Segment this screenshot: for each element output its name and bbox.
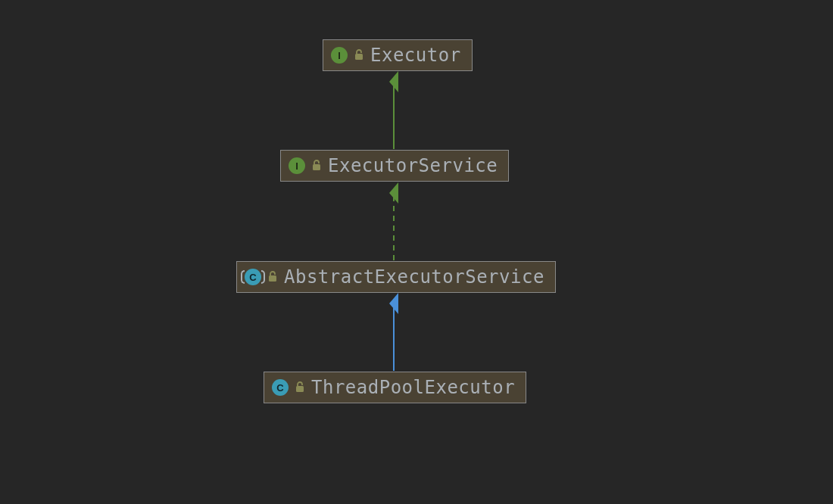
svg-rect-3	[296, 386, 304, 392]
class-hierarchy-diagram: I Executor I ExecutorService C AbstractE…	[0, 0, 833, 504]
lock-icon	[295, 381, 305, 394]
node-label: ThreadPoolExecutor	[311, 377, 515, 398]
abstract-class-icon: C	[245, 269, 261, 285]
interface-icon: I	[331, 47, 348, 64]
lock-icon	[267, 271, 278, 283]
lock-icon	[311, 160, 322, 172]
node-label: Executor	[370, 45, 461, 66]
node-label: AbstractExecutorService	[284, 266, 544, 288]
svg-rect-2	[269, 275, 276, 282]
lock-icon	[354, 49, 364, 61]
node-executor[interactable]: I Executor	[323, 39, 473, 71]
node-abstract-executor-service[interactable]: C AbstractExecutorService	[236, 261, 556, 293]
interface-icon: I	[289, 157, 305, 174]
hierarchy-arrows	[0, 0, 833, 504]
node-label: ExecutorService	[328, 155, 498, 176]
node-thread-pool-executor[interactable]: C ThreadPoolExecutor	[264, 372, 526, 403]
class-icon: C	[272, 379, 289, 396]
svg-rect-1	[313, 164, 320, 170]
node-executor-service[interactable]: I ExecutorService	[280, 150, 509, 182]
svg-rect-0	[355, 54, 363, 60]
